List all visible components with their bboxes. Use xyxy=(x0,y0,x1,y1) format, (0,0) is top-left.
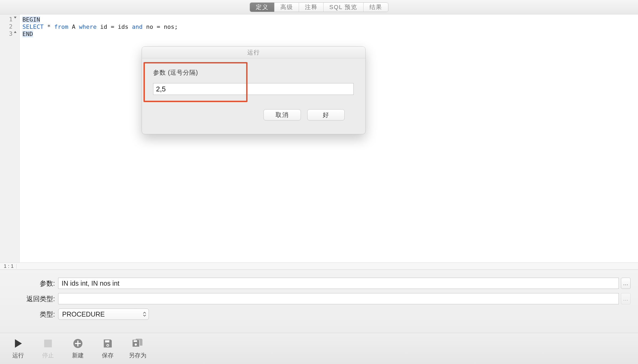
code-col-no: no xyxy=(146,23,153,30)
save-label: 保存 xyxy=(102,351,114,359)
tab-bar: 定义 高级 注释 SQL 预览 结果 xyxy=(250,2,388,12)
tab-results[interactable]: 结果 xyxy=(364,3,388,12)
tab-definition[interactable]: 定义 xyxy=(250,3,274,12)
svg-rect-7 xyxy=(134,340,137,342)
dialog-ok-button[interactable]: 好 xyxy=(307,109,345,120)
run-label: 运行 xyxy=(12,351,24,359)
tab-definition-label: 定义 xyxy=(256,3,269,11)
params-input[interactable] xyxy=(58,278,619,289)
tab-results-label: 结果 xyxy=(369,3,382,11)
save-icon xyxy=(103,338,113,349)
stop-label: 停止 xyxy=(42,351,54,359)
save-as-button[interactable]: 另存为 xyxy=(124,338,151,359)
svg-point-6 xyxy=(107,345,109,346)
code-param-ids: ids xyxy=(118,23,129,30)
code-end: END xyxy=(22,31,33,37)
form-panel: 参数: ... 返回类型: ... 类型: PROCEDURE xyxy=(0,269,638,333)
return-type-label: 返回类型: xyxy=(7,294,58,303)
dialog-title-text: 运行 xyxy=(247,48,260,56)
code-editor[interactable]: 1 2 3 BEGIN SELECT * from A where id = i… xyxy=(0,14,638,262)
svg-point-8 xyxy=(135,343,137,346)
top-toolbar: 定义 高级 注释 SQL 预览 结果 xyxy=(0,0,638,14)
line-number: 1 xyxy=(6,16,13,23)
action-toolbar: 运行 停止 新建 保存 另存为 xyxy=(0,333,638,364)
dialog-cancel-button[interactable]: 取消 xyxy=(264,109,301,120)
type-label: 类型: xyxy=(7,310,58,319)
plus-circle-icon xyxy=(73,338,83,349)
svg-rect-3 xyxy=(75,343,81,344)
dialog-ok-label: 好 xyxy=(323,111,329,119)
play-icon xyxy=(13,338,23,349)
code-kw-and: and xyxy=(132,23,143,30)
dialog-param-input[interactable] xyxy=(153,83,354,95)
status-divider xyxy=(16,264,17,269)
code-kw-from: from xyxy=(54,23,68,30)
code-table: A xyxy=(72,23,75,30)
line-number: 3 xyxy=(6,30,13,37)
tab-sql-preview-label: SQL 预览 xyxy=(329,3,357,11)
type-select-value: PROCEDURE xyxy=(62,310,105,318)
svg-rect-0 xyxy=(44,340,52,347)
svg-rect-4 xyxy=(105,340,109,342)
dialog-title: 运行 xyxy=(142,47,365,58)
tab-comment-label: 注释 xyxy=(305,3,318,11)
tab-sql-preview[interactable]: SQL 预览 xyxy=(324,3,364,12)
save-button[interactable]: 保存 xyxy=(94,338,121,359)
type-select[interactable]: PROCEDURE xyxy=(58,309,149,320)
params-label: 参数: xyxy=(7,279,58,288)
cursor-position: 1 : 1 xyxy=(4,263,14,269)
tab-advanced-label: 高级 xyxy=(280,3,293,11)
run-dialog: 运行 参数 (逗号分隔) 取消 好 xyxy=(142,46,366,134)
dialog-cancel-label: 取消 xyxy=(276,111,289,119)
new-button[interactable]: 新建 xyxy=(65,338,91,359)
tab-comment[interactable]: 注释 xyxy=(299,3,324,12)
return-type-input[interactable] xyxy=(58,293,619,304)
code-eq: = xyxy=(111,23,114,30)
tab-advanced[interactable]: 高级 xyxy=(274,3,299,12)
code-star: * xyxy=(47,23,51,30)
code-col-id: id xyxy=(100,23,107,30)
save-as-label: 另存为 xyxy=(129,351,146,359)
run-button[interactable]: 运行 xyxy=(5,338,31,359)
fold-toggle-icon[interactable] xyxy=(13,30,18,34)
code-kw-where: where xyxy=(79,23,97,30)
stop-icon xyxy=(43,338,53,349)
code-param-nos: nos; xyxy=(164,23,178,30)
params-more-button[interactable]: ... xyxy=(621,278,631,289)
line-number: 2 xyxy=(6,23,13,30)
ellipsis-icon: ... xyxy=(623,296,628,302)
ellipsis-icon: ... xyxy=(623,280,628,286)
code-eq: = xyxy=(157,23,160,30)
code-gutter: 1 2 3 xyxy=(0,14,20,262)
code-kw-select: SELECT xyxy=(22,23,43,30)
save-as-icon xyxy=(132,338,143,349)
return-type-more-button: ... xyxy=(621,293,631,304)
dialog-param-label: 参数 (逗号分隔) xyxy=(153,68,355,77)
fold-toggle-icon[interactable] xyxy=(13,16,18,19)
code-begin: BEGIN xyxy=(22,16,40,23)
status-bar: 1 : 1 xyxy=(0,262,638,269)
new-label: 新建 xyxy=(72,351,84,359)
stop-button: 停止 xyxy=(35,338,61,359)
